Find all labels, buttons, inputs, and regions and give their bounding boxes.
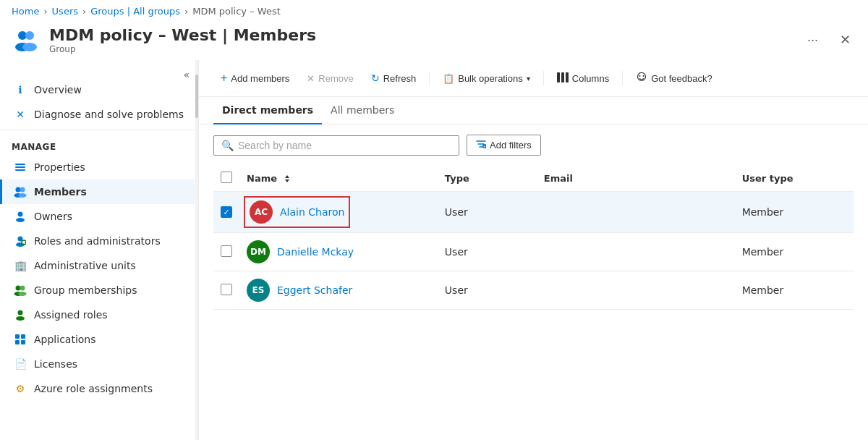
admin-units-icon: 🏢: [14, 259, 27, 272]
svg-rect-25: [15, 340, 20, 344]
refresh-icon: ↻: [371, 72, 380, 84]
add-members-button[interactable]: + Add members: [213, 67, 297, 89]
svg-point-20: [19, 292, 27, 296]
svg-text:+: +: [484, 144, 486, 148]
sidebar-item-assigned-roles[interactable]: Assigned roles: [0, 302, 198, 327]
usertype-cell: Member: [735, 192, 854, 233]
properties-icon: [14, 161, 27, 174]
toolbar: + Add members ✕ Remove ↻ Refresh 📋 Bulk …: [199, 60, 868, 97]
svg-rect-28: [561, 72, 564, 82]
svg-text:✓: ✓: [22, 241, 25, 245]
select-all-checkbox[interactable]: [221, 172, 232, 183]
sort-name-icon[interactable]: [284, 174, 291, 184]
svg-point-32: [643, 75, 644, 77]
remove-button[interactable]: ✕ Remove: [299, 69, 360, 88]
search-icon: 🔍: [221, 140, 234, 151]
row-checkbox-cell: [213, 271, 239, 310]
add-filters-button[interactable]: + Add filters: [467, 135, 541, 156]
sidebar-item-azure-roles[interactable]: ⚙ Azure role assignments: [0, 376, 198, 401]
sidebar-item-admin-units[interactable]: 🏢 Administrative units: [0, 253, 198, 278]
more-options-button[interactable]: ···: [800, 28, 825, 52]
svg-point-1: [25, 31, 34, 40]
name-cell: DM Danielle Mckay: [239, 233, 438, 271]
sidebar-item-label: Members: [34, 186, 87, 198]
svg-rect-23: [15, 334, 20, 339]
member-name-link[interactable]: Alain Charon: [280, 206, 344, 218]
breadcrumb-groups[interactable]: Groups | All groups: [90, 6, 180, 17]
sidebar-item-overview[interactable]: ℹ Overview: [0, 77, 198, 102]
svg-rect-5: [15, 166, 25, 168]
sidebar-item-applications[interactable]: Applications: [0, 327, 198, 352]
sidebar-collapse-button[interactable]: «: [180, 66, 192, 83]
svg-point-11: [18, 212, 23, 217]
svg-rect-26: [21, 340, 25, 344]
search-input[interactable]: [238, 140, 451, 151]
filter-icon: +: [476, 139, 486, 151]
sidebar: « ℹ Overview ✕ Diagnose and solve proble…: [0, 60, 199, 440]
breadcrumb-home[interactable]: Home: [12, 6, 39, 17]
sidebar-item-properties[interactable]: Properties: [0, 155, 198, 179]
members-table-container: Name Type Email User type: [199, 166, 868, 310]
svg-point-8: [20, 187, 25, 192]
svg-point-12: [16, 218, 25, 222]
refresh-button[interactable]: ↻ Refresh: [364, 68, 424, 88]
sidebar-item-owners[interactable]: Owners: [0, 204, 198, 229]
sidebar-item-label: Roles and administrators: [34, 235, 161, 247]
remove-icon: ✕: [307, 73, 315, 84]
page-subtitle: Group: [49, 44, 791, 54]
svg-point-22: [16, 316, 25, 321]
email-cell: [537, 192, 735, 233]
sidebar-item-label: Overview: [34, 84, 82, 96]
scrollbar[interactable]: [195, 60, 198, 440]
usertype-cell: Member: [735, 271, 854, 310]
sidebar-item-members[interactable]: Members: [0, 179, 198, 204]
manage-section-label: Manage: [0, 133, 198, 155]
owners-icon: [14, 210, 27, 223]
name-cell: ES Eggert Schafer: [239, 271, 438, 310]
header-title-block: MDM policy – West | Members Group: [49, 26, 791, 54]
tab-all-members[interactable]: All members: [322, 97, 403, 124]
row-checkbox[interactable]: [221, 245, 232, 257]
tab-direct-members[interactable]: Direct members: [213, 97, 322, 124]
bulk-icon: 📋: [443, 73, 454, 84]
usertype-cell: Member: [735, 233, 854, 271]
assigned-roles-icon: [14, 308, 27, 321]
sidebar-item-group-memberships[interactable]: Group memberships: [0, 278, 198, 302]
row-checkbox[interactable]: [221, 284, 232, 295]
svg-rect-24: [21, 334, 25, 339]
members-icon: [14, 185, 27, 198]
sidebar-item-label: Licenses: [34, 358, 77, 370]
roles-icon: ✓: [14, 234, 27, 248]
sidebar-item-label: Assigned roles: [34, 309, 108, 321]
toolbar-separator-3: [622, 71, 623, 85]
bulk-operations-button[interactable]: 📋 Bulk operations ▾: [435, 69, 537, 88]
sidebar-item-label: Group memberships: [34, 284, 137, 296]
row-checkbox[interactable]: ✓: [221, 206, 232, 218]
member-name-link[interactable]: Eggert Schafer: [277, 284, 352, 296]
breadcrumb-users[interactable]: Users: [52, 6, 78, 17]
table-header-row: Name Type Email User type: [213, 166, 854, 192]
sidebar-item-label: Applications: [34, 334, 96, 345]
columns-button[interactable]: Columns: [550, 68, 616, 89]
sidebar-item-licenses[interactable]: 📄 Licenses: [0, 352, 198, 376]
licenses-icon: 📄: [14, 358, 27, 371]
member-name-link[interactable]: Danielle Mckay: [277, 246, 354, 258]
table-row: DM Danielle Mckay User Member: [213, 233, 854, 271]
svg-rect-27: [557, 72, 560, 82]
sidebar-item-label: Diagnose and solve problems: [34, 109, 184, 120]
sidebar-item-roles[interactable]: ✓ Roles and administrators: [0, 229, 198, 253]
members-table: Name Type Email User type: [213, 166, 854, 310]
svg-point-18: [20, 286, 25, 291]
col-header-name: Name: [239, 166, 438, 192]
svg-rect-29: [566, 72, 569, 82]
azure-roles-icon: ⚙: [14, 382, 27, 395]
col-header-email: Email: [537, 166, 735, 192]
feedback-icon: [636, 72, 647, 85]
close-button[interactable]: ✕: [834, 29, 856, 51]
toolbar-separator: [429, 71, 430, 85]
sidebar-item-diagnose[interactable]: ✕ Diagnose and solve problems: [0, 102, 198, 127]
table-row: ES Eggert Schafer User Member: [213, 271, 854, 310]
tabs: Direct members All members: [199, 97, 868, 124]
col-header-type: Type: [438, 166, 537, 192]
feedback-button[interactable]: Got feedback?: [629, 68, 720, 89]
